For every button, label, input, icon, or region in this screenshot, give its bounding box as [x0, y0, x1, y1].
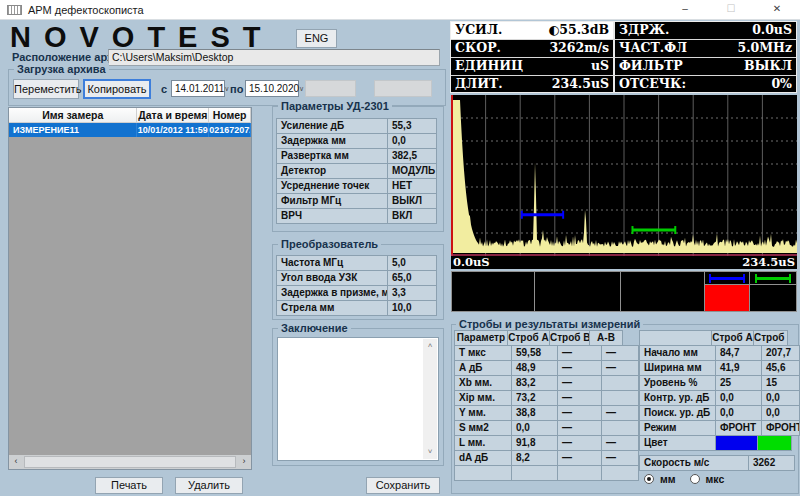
horizontal-scrollbar[interactable]: ‹ ›	[9, 455, 251, 469]
table-row: Имя замераДата и времяНомер	[9, 108, 251, 123]
radio-mm[interactable]	[644, 474, 654, 484]
scroll-left-icon[interactable]: ‹	[9, 455, 23, 469]
radio-mks-label: мкс	[706, 473, 725, 485]
load-archive-title: Загрузка архива	[14, 63, 109, 75]
table-cell: 0.0uS	[708, 22, 796, 39]
table-cell: Ширина мм	[639, 360, 716, 376]
table-row: L мм.91,8——	[455, 435, 639, 451]
table-cell: 8,2	[511, 450, 558, 466]
strobes-right-table: Строб АСтроб В Начало мм84,7207,7Ширина …	[640, 331, 800, 451]
move-button[interactable]: Переместить	[13, 79, 79, 99]
scale-end-label: 234.5uS	[742, 256, 795, 269]
table-cell: Хip мм.	[454, 390, 512, 406]
table-cell	[601, 390, 639, 406]
disabled-field-1	[305, 80, 356, 97]
table-cell: ВЫКЛ	[387, 193, 437, 209]
scroll-up-icon[interactable]: ˄	[423, 339, 437, 353]
table-cell: Имя замера	[9, 108, 137, 123]
table-row: S мм20,0—	[455, 420, 639, 436]
table-row: dA дБ8,2——	[455, 450, 639, 466]
table-cell: Строб А	[711, 330, 754, 346]
table-row: Угол ввода УЗК65,0	[277, 270, 437, 286]
strobes-right-body: Начало мм84,7207,7Ширина мм41,945,6Урове…	[640, 345, 800, 451]
zone-strip	[451, 271, 797, 312]
table-cell: Фильтр МГц	[276, 193, 388, 209]
table-cell: —	[601, 435, 639, 451]
date-from-label: с	[161, 83, 167, 95]
table-cell: 3262	[748, 455, 795, 471]
table-cell: 5,0	[387, 255, 437, 271]
table-row: Уровень %2515	[640, 375, 800, 391]
copy-button[interactable]: Копировать	[83, 79, 151, 99]
table-cell: 15	[761, 375, 800, 391]
table-cell	[601, 420, 639, 436]
zone-cell-3	[621, 272, 705, 311]
date-from-select[interactable]: 14.01.2011 ∨	[171, 80, 225, 97]
table-row: Усреднение точекНЕТ	[277, 178, 437, 194]
table-cell: Контр. ур. дБ	[639, 390, 716, 406]
table-row: Y мм.38,8——	[455, 405, 639, 421]
table-row: Фильтр МГцВЫКЛ	[277, 193, 437, 209]
table-cell: 38,8	[511, 405, 558, 421]
maximize-icon: ☐	[708, 0, 754, 19]
table-cell: ВКЛ	[387, 208, 437, 224]
gate-a-zone	[705, 272, 750, 311]
table-cell: ЕДИНИЦ	[451, 58, 543, 75]
table-row: Частота МГц5,0	[277, 255, 437, 271]
scroll-down-icon[interactable]: ˅	[423, 445, 437, 459]
alarm-cell-a	[705, 285, 749, 311]
table-cell: ◐55.3dB	[543, 22, 613, 39]
table-row: Начало мм84,7207,7	[640, 345, 800, 361]
device-params-table: Усиление дБ55,3Задержка мм0,0Развертка м…	[277, 119, 437, 224]
table-row	[455, 465, 639, 481]
window-controls: – ☐ ✕	[662, 0, 800, 19]
archive-path-input[interactable]: C:\Users\Maksim\Desktop	[108, 49, 440, 66]
table-cell: uS	[543, 58, 613, 75]
table-cell: —	[557, 435, 602, 451]
scroll-right-icon[interactable]: ›	[237, 455, 251, 469]
table-row: Поиск. ур. дБ0,00,0	[640, 405, 800, 421]
table-cell: Стрела мм	[276, 300, 388, 316]
save-button[interactable]: Сохранить	[366, 477, 440, 494]
table-cell: ФРОНТ	[715, 420, 762, 436]
language-button[interactable]: ENG	[296, 29, 337, 48]
table-row: Цвет	[640, 435, 800, 451]
strobes-left-table: ПараметрСтроб АСтроб ВА-В Т мкс59,58——А …	[455, 331, 639, 481]
table-cell: —	[557, 375, 602, 391]
table-cell	[454, 465, 512, 481]
table-row: А дБ48,9——	[455, 360, 639, 376]
table-row: УСИЛ.◐55.3dBЗДРЖ.0.0uS	[451, 22, 796, 40]
table-cell: Развертка мм	[276, 148, 388, 164]
close-icon[interactable]: ✕	[754, 0, 800, 19]
table-cell: 55,3	[387, 118, 437, 134]
table-cell: 382,5	[387, 148, 437, 164]
table-row: Стрела мм10,0	[277, 300, 437, 316]
list-body: ИЗМЕРЕНИЕ1110/01/2012 11:590216720720	[9, 123, 251, 137]
table-cell: Задержка в призме, мкс	[276, 285, 388, 301]
table-cell: Номер	[209, 108, 251, 123]
title-bar: АРМ дефектоскописта – ☐ ✕	[0, 0, 800, 20]
delete-button[interactable]: Удалить	[175, 477, 243, 494]
device-readout: УСИЛ.◐55.3dBЗДРЖ.0.0uSСКОР.3262m/sЧАСТ.Ф…	[450, 21, 797, 93]
table-cell	[601, 465, 639, 481]
table-row: Развертка мм382,5	[277, 148, 437, 164]
date-to-value: 15.10.2020	[249, 81, 299, 96]
table-cell: 48,9	[511, 360, 558, 376]
table-cell: Начало мм	[639, 345, 716, 361]
scale-start-label: 0.0uS	[453, 256, 490, 269]
table-cell: УСИЛ.	[451, 22, 543, 39]
date-to-label: по	[230, 83, 243, 95]
table-cell: 84,7	[715, 345, 762, 361]
date-to-select[interactable]: 15.10.2020 ∨	[245, 80, 299, 97]
table-cell: 10/01/2012 11:59	[137, 123, 209, 137]
radio-mks[interactable]	[690, 474, 700, 484]
table-cell: А-В	[589, 330, 623, 346]
minimize-icon[interactable]: –	[662, 0, 708, 19]
print-button[interactable]: Печать	[95, 477, 163, 494]
table-cell	[511, 465, 558, 481]
table-cell: СКОР.	[451, 40, 543, 57]
scrollbar-thumb[interactable]	[24, 456, 236, 468]
vertical-scrollbar[interactable]: ˄ ˅	[423, 339, 437, 459]
conclusion-textarea[interactable]: ˄ ˅	[277, 337, 439, 461]
table-row[interactable]: ИЗМЕРЕНИЕ1110/01/2012 11:590216720720	[9, 123, 251, 137]
